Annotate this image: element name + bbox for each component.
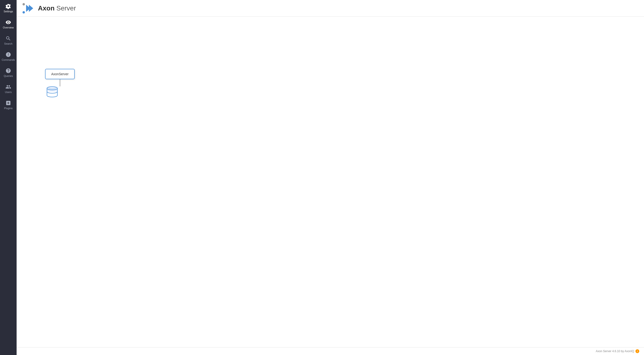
app-header: Axon Server <box>16 0 644 17</box>
sidebar-item-overview[interactable]: Overview <box>0 16 16 32</box>
sidebar: Settings Overview Search Commands Querie <box>0 0 16 355</box>
version-text: Axon Server 4.6.10 by AxonIQ <box>596 349 634 353</box>
svg-point-0 <box>22 3 25 6</box>
sidebar-item-queries-label: Queries <box>4 75 13 77</box>
server-node: AxonServer <box>45 69 75 99</box>
sidebar-item-commands[interactable]: Commands <box>0 49 16 65</box>
users-icon <box>6 84 11 90</box>
sidebar-item-search-label: Search <box>4 42 12 45</box>
svg-point-8 <box>47 87 58 90</box>
logo-container: Axon Server <box>21 2 76 14</box>
connector-line <box>60 79 60 86</box>
axon-logo-icon <box>21 2 36 14</box>
svg-point-1 <box>22 11 25 14</box>
sidebar-item-search[interactable]: Search <box>0 32 16 49</box>
exclamation-icon <box>6 52 11 58</box>
gear-icon <box>6 3 11 9</box>
sidebar-item-users[interactable]: Users <box>0 81 16 97</box>
info-icon[interactable]: i <box>636 349 639 353</box>
footer-info: Axon Server 4.6.10 by AxonIQ i <box>21 349 639 353</box>
server-node-label: AxonServer <box>51 72 68 76</box>
main-content: Axon Server AxonServer <box>16 0 644 355</box>
sidebar-item-settings[interactable]: Settings <box>0 0 16 16</box>
search-icon <box>6 36 11 41</box>
sidebar-item-plugins-label: Plugins <box>4 107 12 110</box>
sidebar-item-commands-label: Commands <box>2 58 15 61</box>
app-title: Axon Server <box>38 5 76 12</box>
sidebar-item-settings-label: Settings <box>4 10 13 13</box>
logo-brand: Axon <box>38 5 54 12</box>
server-box: AxonServer <box>45 69 75 79</box>
sidebar-item-queries[interactable]: Queries <box>0 65 16 81</box>
plus-box-icon <box>6 100 11 106</box>
svg-marker-3 <box>29 5 33 12</box>
sidebar-item-users-label: Users <box>5 91 12 94</box>
app-footer: Axon Server 4.6.10 by AxonIQ i <box>16 347 644 355</box>
sidebar-item-overview-label: Overview <box>3 26 14 29</box>
database-icon <box>45 86 59 98</box>
overview-canvas: AxonServer <box>16 17 644 347</box>
question-icon <box>6 68 11 74</box>
sidebar-item-plugins[interactable]: Plugins <box>0 97 16 113</box>
eye-icon <box>6 20 11 25</box>
logo-product: Server <box>56 5 76 12</box>
